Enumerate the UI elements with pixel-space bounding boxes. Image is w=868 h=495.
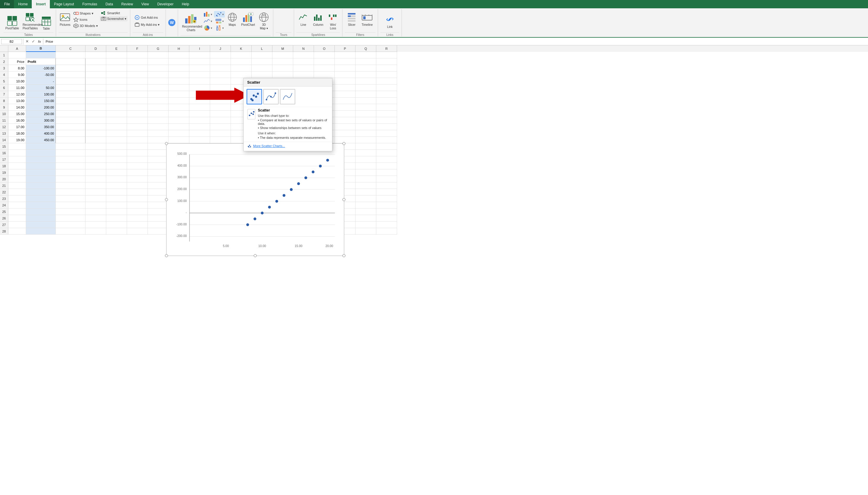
table-cell[interactable] bbox=[148, 163, 169, 169]
table-cell[interactable] bbox=[85, 215, 106, 222]
row-header[interactable]: 13 bbox=[0, 130, 8, 137]
table-cell[interactable] bbox=[106, 110, 127, 117]
table-cell[interactable] bbox=[85, 52, 106, 58]
formula-input[interactable] bbox=[45, 40, 867, 43]
table-cell[interactable] bbox=[210, 124, 231, 130]
table-cell[interactable] bbox=[8, 169, 26, 176]
table-cell[interactable] bbox=[8, 202, 26, 208]
3d-models-button[interactable]: 3D Models ▾ bbox=[72, 23, 99, 29]
scatter-type-basic[interactable] bbox=[247, 89, 262, 104]
table-cell[interactable] bbox=[127, 176, 148, 183]
table-cell[interactable] bbox=[355, 65, 376, 71]
line-area-button[interactable]: ▾ bbox=[202, 18, 213, 24]
row-header[interactable]: 20 bbox=[0, 176, 8, 183]
table-cell[interactable] bbox=[85, 208, 106, 215]
table-cell[interactable] bbox=[252, 71, 272, 78]
table-cell[interactable] bbox=[56, 202, 85, 208]
table-cell[interactable] bbox=[355, 110, 376, 117]
table-cell[interactable] bbox=[189, 52, 210, 58]
table-cell[interactable]: 350.00 bbox=[26, 124, 56, 130]
table-cell[interactable] bbox=[56, 58, 85, 65]
insert-function-icon[interactable]: fx bbox=[37, 40, 42, 43]
table-cell[interactable] bbox=[210, 78, 231, 85]
table-cell[interactable] bbox=[127, 189, 148, 195]
table-cell[interactable] bbox=[56, 130, 85, 137]
chart-handle-mr[interactable] bbox=[343, 198, 346, 201]
table-cell[interactable] bbox=[85, 110, 106, 117]
table-cell[interactable] bbox=[8, 189, 26, 195]
table-cell[interactable] bbox=[106, 150, 127, 156]
table-cell[interactable] bbox=[106, 202, 127, 208]
table-cell[interactable] bbox=[8, 228, 26, 235]
table-cell[interactable] bbox=[106, 228, 127, 235]
table-cell[interactable] bbox=[56, 195, 85, 202]
table-cell[interactable] bbox=[355, 163, 376, 169]
table-cell[interactable] bbox=[26, 195, 56, 202]
table-cell[interactable]: 14.00 bbox=[8, 104, 26, 110]
table-cell[interactable] bbox=[106, 91, 127, 98]
table-cell[interactable] bbox=[169, 117, 189, 124]
table-cell[interactable] bbox=[335, 124, 355, 130]
chart-handle-tl[interactable] bbox=[165, 142, 168, 145]
table-cell[interactable] bbox=[127, 85, 148, 91]
pictures-button[interactable]: Pictures bbox=[59, 11, 71, 27]
table-cell[interactable] bbox=[189, 85, 210, 91]
table-cell[interactable] bbox=[85, 150, 106, 156]
table-cell[interactable] bbox=[85, 85, 106, 91]
table-cell[interactable] bbox=[56, 222, 85, 228]
table-cell[interactable] bbox=[169, 124, 189, 130]
table-cell[interactable]: 13.00 bbox=[8, 98, 26, 104]
table-cell[interactable] bbox=[376, 183, 397, 189]
3d-map-button[interactable]: 3D 3DMap ▾ bbox=[257, 11, 271, 31]
table-cell[interactable]: 18.00 bbox=[8, 130, 26, 137]
col-header-B[interactable]: B bbox=[26, 45, 56, 52]
table-cell[interactable] bbox=[148, 65, 169, 71]
table-cell[interactable] bbox=[85, 169, 106, 176]
row-header[interactable]: 19 bbox=[0, 169, 8, 176]
table-cell[interactable] bbox=[127, 150, 148, 156]
table-cell[interactable] bbox=[169, 110, 189, 117]
table-cell[interactable]: -50.00 bbox=[26, 71, 56, 78]
table-cell[interactable] bbox=[56, 71, 85, 78]
table-cell[interactable] bbox=[376, 202, 397, 208]
col-header-J[interactable]: J bbox=[210, 45, 231, 52]
table-cell[interactable] bbox=[335, 71, 355, 78]
table-cell[interactable]: 300.00 bbox=[26, 117, 56, 124]
pie-doughnut-button[interactable]: ▾ bbox=[202, 24, 213, 31]
col-header-M[interactable]: M bbox=[272, 45, 293, 52]
tab-home[interactable]: Home bbox=[14, 0, 32, 8]
table-cell[interactable] bbox=[355, 143, 376, 150]
slicer-button[interactable]: Slicer bbox=[345, 11, 358, 27]
table-cell[interactable] bbox=[210, 104, 231, 110]
table-cell[interactable] bbox=[85, 222, 106, 228]
table-cell[interactable] bbox=[148, 215, 169, 222]
table-cell[interactable] bbox=[106, 222, 127, 228]
table-cell[interactable] bbox=[355, 104, 376, 110]
table-cell[interactable] bbox=[26, 222, 56, 228]
table-cell[interactable] bbox=[106, 208, 127, 215]
row-header[interactable]: 27 bbox=[0, 222, 8, 228]
row-header[interactable]: 28 bbox=[0, 228, 8, 235]
table-cell[interactable] bbox=[355, 98, 376, 104]
shapes-button[interactable]: Shapes ▾ bbox=[72, 11, 99, 16]
table-cell[interactable]: - bbox=[26, 78, 56, 85]
table-cell[interactable] bbox=[85, 130, 106, 137]
table-cell[interactable] bbox=[85, 195, 106, 202]
scatter-type-smooth-markers[interactable] bbox=[263, 89, 279, 104]
table-cell[interactable] bbox=[252, 58, 272, 65]
table-cell[interactable] bbox=[148, 52, 169, 58]
table-cell[interactable] bbox=[127, 98, 148, 104]
pivot-table-button[interactable]: PivotTable bbox=[3, 14, 21, 31]
table-cell[interactable] bbox=[26, 208, 56, 215]
table-cell[interactable] bbox=[148, 130, 169, 137]
table-cell[interactable] bbox=[355, 202, 376, 208]
table-cell[interactable] bbox=[189, 117, 210, 124]
table-cell[interactable] bbox=[210, 98, 231, 104]
table-cell[interactable] bbox=[148, 150, 169, 156]
chart-handle-bc[interactable] bbox=[254, 254, 257, 257]
table-cell[interactable] bbox=[8, 163, 26, 169]
table-cell[interactable] bbox=[335, 65, 355, 71]
tab-review[interactable]: Review bbox=[117, 0, 137, 8]
table-cell[interactable] bbox=[26, 163, 56, 169]
name-box[interactable] bbox=[1, 39, 22, 44]
